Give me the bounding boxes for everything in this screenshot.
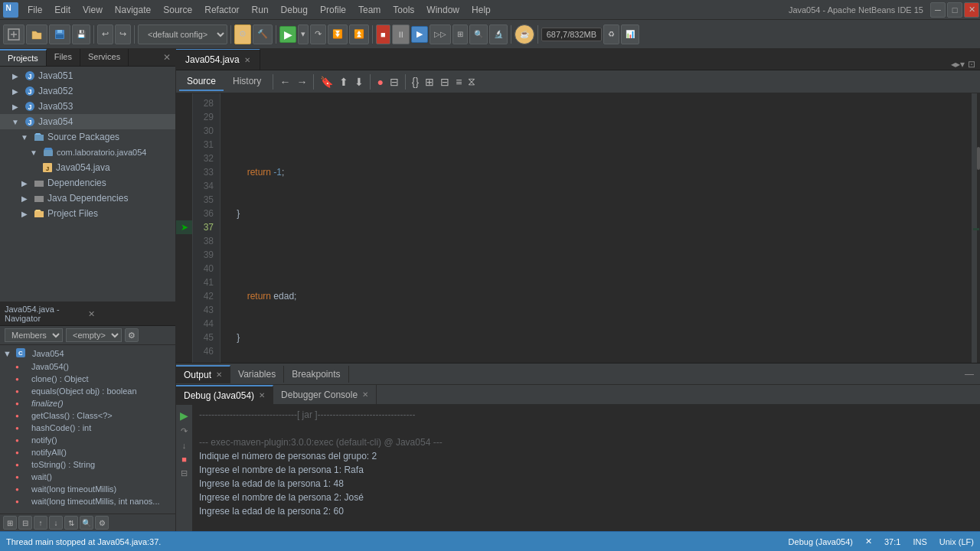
nav-item-hashcode[interactable]: ● hashCode() : int bbox=[0, 422, 175, 434]
tree-item-source-packages[interactable]: ▼ Source Packages bbox=[0, 129, 175, 145]
src-prev-bookmark-btn[interactable]: ⬆ bbox=[337, 74, 351, 90]
src-toggle-linenum-btn[interactable]: ⊟ bbox=[387, 74, 401, 90]
build-btn[interactable]: ⚙ bbox=[234, 24, 251, 44]
nav-down-btn[interactable]: ↓ bbox=[49, 516, 63, 530]
code-content[interactable]: return -1; } return edad; } bbox=[220, 93, 971, 363]
tree-item-dependencies[interactable]: ▶ Dependencies bbox=[0, 175, 175, 191]
tree-item-java054[interactable]: ▼ J Java054 bbox=[0, 114, 175, 129]
step-out-btn[interactable]: ⏫ bbox=[349, 24, 369, 44]
src-toggle-bp-btn[interactable]: ● bbox=[374, 74, 385, 90]
editor-scrollbar[interactable] bbox=[971, 93, 980, 363]
gc-btn[interactable]: ♻ bbox=[603, 24, 619, 44]
out-tab-variables[interactable]: Variables bbox=[230, 366, 284, 383]
menu-help[interactable]: Help bbox=[466, 2, 497, 18]
undo-btn[interactable]: ↩ bbox=[97, 24, 113, 44]
output-text[interactable]: --------------------------------[ jar ]-… bbox=[193, 405, 980, 531]
menu-tools[interactable]: Tools bbox=[387, 2, 420, 18]
menu-debug[interactable]: Debug bbox=[275, 2, 314, 18]
nav-delete-btn[interactable]: ⊟ bbox=[18, 516, 32, 530]
nav-item-notifyall[interactable]: ● notifyAll() bbox=[0, 446, 175, 458]
output-panel-close-btn[interactable]: — bbox=[959, 366, 980, 383]
nav-up-btn[interactable]: ↑ bbox=[34, 516, 47, 530]
nav-item-notify[interactable]: ● notify() bbox=[0, 434, 175, 446]
debug-tab-java054[interactable]: Debug (Java054) ✕ bbox=[176, 385, 273, 405]
tree-item-java053[interactable]: ▶ J Java053 bbox=[0, 99, 175, 114]
tab-close-btn[interactable]: ✕ bbox=[244, 56, 250, 64]
nav-close-btn[interactable]: ✕ bbox=[88, 309, 172, 319]
memory-badge[interactable]: 687,7/832MB bbox=[541, 28, 602, 41]
nav-new-btn[interactable]: ⊞ bbox=[3, 516, 17, 530]
src-diff-btn[interactable]: ⧖ bbox=[466, 73, 478, 90]
nav-sort-btn[interactable]: ⇅ bbox=[64, 516, 78, 530]
tab-services[interactable]: Services bbox=[80, 49, 129, 66]
tab-source[interactable]: Source bbox=[179, 73, 224, 91]
nav-item-clone[interactable]: ● clone() : Object bbox=[0, 373, 175, 385]
nav-item-equals[interactable]: ● equals(Object obj) : boolean bbox=[0, 385, 175, 397]
nav-item-getclass[interactable]: ● getClass() : Class<?> bbox=[0, 409, 175, 422]
output-tab-close-btn[interactable]: ✕ bbox=[216, 370, 222, 379]
nav-members-select[interactable]: Members bbox=[5, 328, 63, 342]
stop-btn[interactable]: ■ bbox=[376, 24, 390, 44]
code-editor[interactable]: ➤ 28 29 30 31 32 33 34 3 bbox=[176, 93, 980, 363]
tree-item-java054-file[interactable]: J Java054.java bbox=[0, 160, 175, 175]
save-all-btn[interactable]: 💾 bbox=[72, 24, 90, 44]
tree-item-java051[interactable]: ▶ J Java051 bbox=[0, 68, 175, 83]
tab-dropdown-btn[interactable]: ▾ bbox=[960, 59, 965, 70]
out-tab-output[interactable]: Output ✕ bbox=[176, 365, 230, 383]
menu-window[interactable]: Window bbox=[420, 2, 466, 18]
new-project-btn[interactable] bbox=[3, 24, 24, 44]
run-file-btn[interactable]: 🔍 bbox=[469, 24, 488, 44]
config-dropdown[interactable]: <default config> bbox=[138, 24, 227, 44]
run-dropdown[interactable]: ▾ bbox=[298, 24, 309, 44]
clean-build-btn[interactable]: 🔨 bbox=[253, 24, 273, 44]
editor-maximize-btn[interactable]: ⊡ bbox=[968, 59, 975, 70]
step-over-btn[interactable]: ↷ bbox=[310, 24, 326, 44]
nav-item-wait-long[interactable]: ● wait(long timeoutMillis) bbox=[0, 483, 175, 495]
debug-tab-close-btn[interactable]: ✕ bbox=[259, 391, 265, 399]
close-btn[interactable]: ✕ bbox=[964, 2, 979, 18]
src-toggle-bookmark-btn[interactable]: 🔖 bbox=[318, 74, 335, 90]
debug-status-close[interactable]: ✕ bbox=[865, 536, 872, 546]
nav-filter-btn[interactable]: 🔍 bbox=[80, 516, 93, 530]
nav-filter-select[interactable]: <empty> bbox=[66, 328, 122, 342]
menu-edit[interactable]: Edit bbox=[48, 2, 77, 18]
tab-history[interactable]: History bbox=[225, 73, 269, 91]
src-next-bookmark-btn[interactable]: ⬇ bbox=[352, 74, 366, 90]
out-clear-btn[interactable]: ⊟ bbox=[179, 467, 189, 480]
menu-profile[interactable]: Profile bbox=[314, 2, 352, 18]
src-pair-match-btn[interactable]: {} bbox=[410, 74, 421, 90]
nav-item-tostring[interactable]: ● toString() : String bbox=[0, 458, 175, 471]
nav-item-finalize[interactable]: ● finalize() bbox=[0, 397, 175, 409]
step-into-btn[interactable]: ⏬ bbox=[328, 24, 348, 44]
tab-projects[interactable]: Projects bbox=[0, 49, 47, 66]
panel-close-btn[interactable]: ✕ bbox=[158, 49, 175, 66]
test-btn[interactable]: ▷▷ bbox=[430, 24, 451, 44]
out-step-over-btn[interactable]: ↷ bbox=[179, 425, 189, 438]
menu-team[interactable]: Team bbox=[352, 2, 387, 18]
menu-refactor[interactable]: Refactor bbox=[198, 2, 245, 18]
nav-item-wait[interactable]: ● wait() bbox=[0, 471, 175, 483]
nav-item-constructor[interactable]: ● Java054() bbox=[0, 360, 175, 373]
tree-item-project-files[interactable]: ▶ Project Files bbox=[0, 206, 175, 221]
tree-item-package[interactable]: ▼ com.laboratorio.java054 bbox=[0, 145, 175, 160]
editor-tab-java054[interactable]: Java054.java ✕ bbox=[176, 49, 260, 70]
tree-item-java-deps[interactable]: ▶ Java Dependencies bbox=[0, 191, 175, 206]
nav-item-class[interactable]: ▼ C Java054 bbox=[0, 347, 175, 360]
src-back-btn[interactable]: ← bbox=[277, 74, 292, 90]
src-format-btn[interactable]: ≡ bbox=[453, 74, 464, 90]
menu-file[interactable]: File bbox=[21, 2, 48, 18]
pause-btn[interactable]: ⏸ bbox=[392, 24, 410, 44]
run-btn[interactable]: ▶ bbox=[279, 26, 296, 43]
menu-run[interactable]: Run bbox=[246, 2, 275, 18]
debug-run-btn[interactable]: ▶ bbox=[411, 26, 428, 43]
out-stop-btn[interactable]: ■ bbox=[180, 453, 188, 465]
menu-navigate[interactable]: Navigate bbox=[109, 2, 157, 18]
out-tab-breakpoints[interactable]: Breakpoints bbox=[284, 366, 348, 383]
tree-item-java052[interactable]: ▶ J Java052 bbox=[0, 83, 175, 99]
src-forward-btn[interactable]: → bbox=[294, 74, 309, 90]
minimize-btn[interactable]: ─ bbox=[930, 2, 946, 18]
apply-patch-btn[interactable]: ⊞ bbox=[452, 24, 468, 44]
debugger-console-close-btn[interactable]: ✕ bbox=[362, 390, 368, 399]
nav-item-wait-long-int[interactable]: ● wait(long timeoutMillis, int nanos... bbox=[0, 495, 175, 507]
nav-settings2-btn[interactable]: ⚙ bbox=[95, 516, 109, 530]
